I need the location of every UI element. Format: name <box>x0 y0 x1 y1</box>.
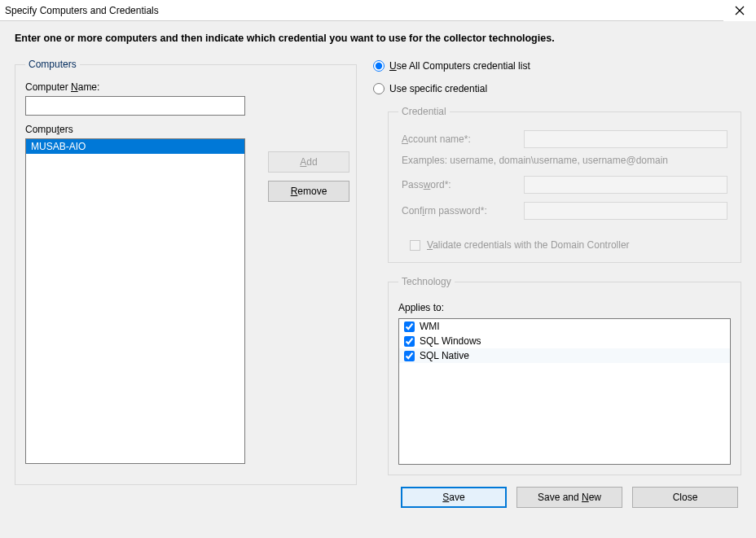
window-title: Specify Computers and Credentials <box>5 5 159 16</box>
account-name-label: Account name*: <box>402 133 516 145</box>
remove-button[interactable]: Remove <box>268 181 349 202</box>
computers-list-label: Computers <box>25 124 346 135</box>
technology-list[interactable]: WMI SQL Windows SQL Native <box>398 318 731 465</box>
radio-use-all[interactable]: Use All Computers credential list <box>373 60 741 72</box>
tech-checkbox[interactable] <box>404 321 415 332</box>
close-icon[interactable] <box>723 0 756 21</box>
computers-legend: Computers <box>25 59 80 70</box>
credential-group: Credential Account name*: Examples: user… <box>388 106 741 263</box>
computers-listbox[interactable]: MUSAB-AIO <box>25 138 245 464</box>
tech-item-wmi[interactable]: WMI <box>399 319 730 334</box>
tech-checkbox[interactable] <box>404 336 415 347</box>
close-button[interactable]: Close <box>632 487 738 508</box>
titlebar: Specify Computers and Credentials <box>0 0 756 21</box>
computers-group: Computers Computer Name: Computers MUSAB… <box>15 59 357 485</box>
radio-use-specific-input[interactable] <box>373 83 385 94</box>
instruction-text: Enter one or more computers and then ind… <box>15 33 741 44</box>
password-input <box>524 176 727 194</box>
radio-use-specific-label: Use specific credential <box>389 83 487 94</box>
confirm-password-label: Confirm password*: <box>402 205 516 217</box>
validate-checkbox <box>410 240 420 251</box>
tech-item-sqlnative[interactable]: SQL Native <box>399 348 730 363</box>
technology-legend: Technology <box>398 276 455 287</box>
examples-text: Examples: username, domain\username, use… <box>402 155 727 166</box>
footer-buttons: Save Save and New Close <box>373 487 741 508</box>
list-item[interactable]: MUSAB-AIO <box>26 139 244 154</box>
radio-use-all-input[interactable] <box>373 60 385 72</box>
account-name-input <box>524 130 727 148</box>
technology-group: Technology Applies to: WMI SQL Windows <box>388 276 741 475</box>
password-label: Password*: <box>402 179 516 190</box>
save-button[interactable]: Save <box>401 487 507 508</box>
tech-label: SQL Windows <box>420 335 481 347</box>
tech-label: WMI <box>420 321 440 332</box>
computer-name-label: Computer Name: <box>25 81 346 93</box>
tech-item-sqlwin[interactable]: SQL Windows <box>399 334 730 348</box>
credential-legend: Credential <box>398 106 450 117</box>
save-and-new-button[interactable]: Save and New <box>516 487 622 508</box>
tech-label: SQL Native <box>420 350 469 361</box>
tech-checkbox[interactable] <box>404 351 415 361</box>
validate-label: Validate credentials with the Domain Con… <box>427 239 630 251</box>
radio-use-specific[interactable]: Use specific credential <box>373 83 741 94</box>
applies-to-label: Applies to: <box>398 302 731 313</box>
add-button: Add <box>268 151 349 173</box>
computer-name-input[interactable] <box>25 96 245 116</box>
validate-row: Validate credentials with the Domain Con… <box>410 239 727 251</box>
confirm-password-input <box>524 202 727 220</box>
